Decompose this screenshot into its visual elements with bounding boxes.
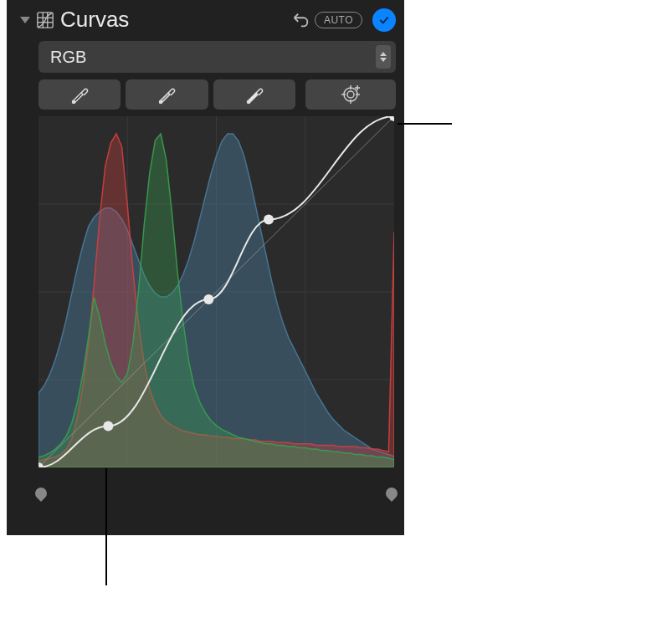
add-point-button[interactable] [305, 79, 396, 110]
curves-icon [35, 10, 55, 30]
svg-point-8 [347, 91, 354, 98]
svg-point-26 [264, 215, 274, 225]
eyedropper-gray-button[interactable] [126, 79, 208, 110]
callout-line-add-point [398, 123, 452, 125]
auto-button[interactable]: AUTO [315, 12, 362, 28]
stepper-icon [376, 45, 391, 69]
enable-toggle[interactable] [372, 8, 396, 32]
disclosure-triangle[interactable] [20, 17, 30, 23]
channel-select-value: RGB [50, 48, 376, 67]
callout-line-curve-point [105, 468, 107, 585]
svg-point-24 [103, 421, 113, 432]
svg-point-6 [160, 101, 162, 104]
panel-title: Curvas [60, 7, 286, 33]
eyedropper-row [38, 79, 396, 110]
controls-area: RGB [15, 41, 396, 484]
reset-icon[interactable] [291, 11, 310, 29]
svg-point-7 [247, 101, 249, 104]
svg-point-25 [203, 294, 213, 304]
panel-header: Curvas AUTO [15, 7, 396, 33]
eyedropper-white-button[interactable] [213, 79, 295, 110]
curves-histogram[interactable] [38, 116, 394, 467]
handles [38, 467, 394, 484]
svg-point-9 [344, 88, 357, 101]
svg-point-5 [73, 101, 75, 104]
eyedropper-black-button[interactable] [38, 79, 121, 110]
curves-panel: Curvas AUTO RGB [7, 0, 404, 535]
channel-select[interactable]: RGB [38, 41, 396, 73]
white-point-handle[interactable] [383, 485, 400, 502]
black-point-handle[interactable] [33, 485, 49, 502]
